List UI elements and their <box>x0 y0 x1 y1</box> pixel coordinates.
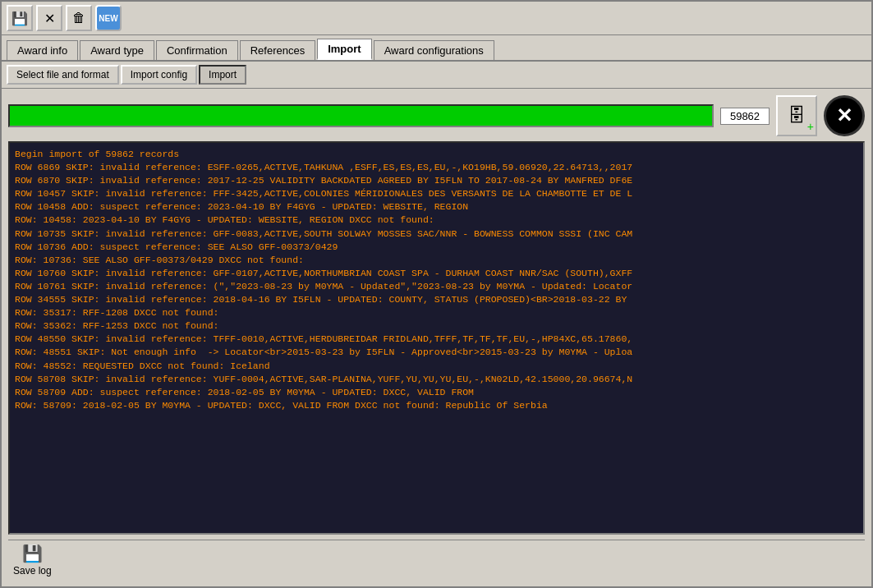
log-line: ROW 34555 SKIP: invalid reference: 2018-… <box>15 293 858 306</box>
log-line: ROW 10457 SKIP: invalid reference: FFF-3… <box>15 187 858 200</box>
tab-confirmation[interactable]: Confirmation <box>156 40 238 60</box>
sub-tab-import[interactable]: Import <box>199 65 246 85</box>
save-log-label: Save log <box>13 565 52 577</box>
log-line: ROW 10736 ADD: suspect reference: SEE AL… <box>15 241 858 254</box>
main-window: 💾 ✕ 🗑 NEW Award info Award type Confirma… <box>0 0 873 588</box>
log-line: ROW: 35362: RFF-1253 DXCC not found: <box>15 319 858 333</box>
save-log-button[interactable]: 💾 Save log <box>13 544 52 577</box>
db-icon: 🗄 <box>788 105 806 126</box>
main-content: 59862 🗄 + ✕ Begin import of 59862 record… <box>2 89 871 586</box>
log-line: ROW 10735 SKIP: invalid reference: GFF-0… <box>15 227 858 241</box>
sub-tab-select-file[interactable]: Select file and format <box>7 65 119 85</box>
tab-award-type[interactable]: Award type <box>80 40 154 60</box>
progress-count: 59862 <box>720 108 770 125</box>
save-log-section: 💾 Save log <box>8 540 865 580</box>
db-import-button[interactable]: 🗄 + <box>776 95 817 136</box>
log-line: ROW: 58709: 2018-02-05 BY M0YMA - UPDATE… <box>15 399 858 412</box>
tab-import[interactable]: Import <box>317 39 371 60</box>
save-log-icon: 💾 <box>22 544 43 563</box>
log-line: Begin import of 59862 records <box>15 148 858 161</box>
log-line: ROW 6870 SKIP: invalid reference: 2017-1… <box>15 174 858 187</box>
progress-bar-container <box>8 104 714 127</box>
log-line: ROW: 10458: 2023-04-10 BY F4GYG - UPDATE… <box>15 214 858 227</box>
tab-award-configurations[interactable]: Award configurations <box>374 40 494 60</box>
progress-row: 59862 🗄 + ✕ <box>8 95 865 136</box>
log-line: ROW: 35317: RFF-1208 DXCC not found: <box>15 306 858 319</box>
progress-bar-fill <box>10 106 712 126</box>
log-area[interactable]: Begin import of 59862 recordsROW 6869 SK… <box>8 141 865 535</box>
log-line: ROW 10761 SKIP: invalid reference: (","2… <box>15 280 858 293</box>
cancel-button[interactable]: ✕ <box>824 95 865 136</box>
log-line: ROW: 48552: REQUESTED DXCC not found: Ic… <box>15 360 858 373</box>
sub-tab-bar: Select file and format Import config Imp… <box>2 62 871 89</box>
log-line: ROW 6869 SKIP: invalid reference: ESFF-0… <box>15 161 858 174</box>
log-line: ROW 10760 SKIP: invalid reference: GFF-0… <box>15 267 858 280</box>
save-button[interactable]: 💾 <box>7 5 33 31</box>
tab-award-info[interactable]: Award info <box>7 40 78 60</box>
log-line: ROW 58709 ADD: suspect reference: 2018-0… <box>15 386 858 399</box>
close-button[interactable]: ✕ <box>36 5 62 31</box>
log-line: ROW 58708 SKIP: invalid reference: YUFF-… <box>15 373 858 386</box>
log-line: ROW: 48551 SKIP: Not enough info -> Loca… <box>15 346 858 359</box>
log-line: ROW 10458 ADD: suspect reference: 2023-0… <box>15 200 858 214</box>
plus-icon: + <box>807 120 814 133</box>
log-line: ROW 48550 SKIP: invalid reference: TFFF-… <box>15 333 858 346</box>
tab-bar: Award info Award type Confirmation Refer… <box>2 35 871 62</box>
sub-tab-import-config[interactable]: Import config <box>121 65 197 85</box>
cancel-icon: ✕ <box>836 104 852 127</box>
log-line: ROW: 10736: SEE ALSO GFF-00373/0429 DXCC… <box>15 254 858 267</box>
tab-references[interactable]: References <box>240 40 315 60</box>
toolbar: 💾 ✕ 🗑 NEW <box>2 2 871 35</box>
delete-button[interactable]: 🗑 <box>66 5 92 31</box>
new-button[interactable]: NEW <box>95 5 122 31</box>
